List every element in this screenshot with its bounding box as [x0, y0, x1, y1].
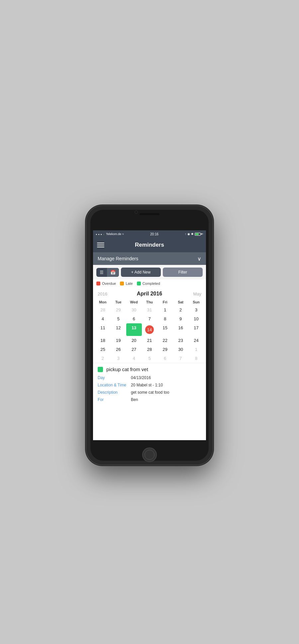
cal-day-17[interactable]: 17 — [188, 323, 204, 336]
cal-day-4next[interactable]: 4 — [126, 354, 142, 363]
cal-day-3next[interactable]: 3 — [111, 354, 126, 363]
weekday-thu: Thu — [142, 299, 157, 305]
event-description-row: Description get some cat food too — [98, 390, 201, 395]
sub-header-title: Manage Reminders — [98, 256, 138, 261]
toolbar: ☰ 📅 + Add New Filter — [93, 265, 206, 280]
completed-label: Completed — [143, 282, 160, 285]
app-header: Reminders — [93, 238, 206, 252]
home-button[interactable] — [142, 447, 157, 462]
event-header: pickup cat from vet — [98, 366, 201, 372]
calendar[interactable]: 2016 April 2016 May Mon Tue Wed Thu Fri … — [93, 287, 206, 440]
event-for-row: For Ben — [98, 397, 201, 402]
event-details: Day 04/13/2016 Location & Time 20 Mabel … — [98, 375, 201, 402]
next-month-label: May — [193, 291, 201, 296]
cal-day-19[interactable]: 19 — [111, 336, 126, 345]
add-new-button[interactable]: + Add New — [121, 268, 161, 277]
for-value: Ben — [131, 397, 138, 402]
cal-day-22[interactable]: 22 — [157, 336, 173, 345]
view-toggle: ☰ 📅 — [96, 268, 119, 277]
weekday-sun: Sun — [188, 299, 204, 305]
cal-day-12[interactable]: 12 — [111, 323, 126, 336]
legend-completed: Completed — [137, 282, 160, 285]
day-label: Day — [98, 375, 128, 380]
cal-day-4[interactable]: 4 — [95, 314, 111, 323]
signal-dot1: ● — [96, 233, 97, 235]
status-left: ● ● ● ● Telekom.de ≈ — [96, 232, 124, 236]
menu-button[interactable] — [97, 243, 104, 247]
cal-day-8next[interactable]: 8 — [188, 354, 204, 363]
battery-indicator — [195, 233, 201, 236]
status-time: 20:16 — [150, 232, 158, 236]
weekday-sat: Sat — [173, 299, 188, 305]
cal-day-11[interactable]: 11 — [95, 323, 111, 336]
cal-day-6[interactable]: 6 — [126, 314, 142, 323]
cal-day-6next[interactable]: 6 — [157, 354, 173, 363]
cal-day-26[interactable]: 26 — [111, 345, 126, 354]
calendar-view-button[interactable]: 📅 — [107, 268, 119, 277]
cal-day-28prev[interactable]: 28 — [95, 305, 111, 314]
cal-day-8[interactable]: 8 — [157, 314, 173, 323]
calendar-nav: 2016 April 2016 May — [93, 287, 206, 299]
speaker — [140, 213, 159, 215]
cal-day-15[interactable]: 15 — [157, 323, 173, 336]
description-value: get some cat food too — [131, 390, 169, 395]
cal-day-23[interactable]: 23 — [173, 336, 188, 345]
camera — [135, 210, 138, 214]
cal-day-18[interactable]: 18 — [95, 336, 111, 345]
cal-day-21[interactable]: 21 — [142, 336, 157, 345]
cal-day-14[interactable]: 14 — [142, 323, 157, 336]
cal-day-30[interactable]: 30 — [173, 345, 188, 354]
cal-day-28[interactable]: 28 — [142, 345, 157, 354]
cal-day-29[interactable]: 29 — [157, 345, 173, 354]
cal-day-7[interactable]: 7 — [142, 314, 157, 323]
legend-overdue: Overdue — [96, 282, 116, 285]
cal-day-30prev[interactable]: 30 — [126, 305, 142, 314]
battery-plus: + — [202, 232, 203, 236]
cal-day-5next[interactable]: 5 — [142, 354, 157, 363]
page-title: Reminders — [135, 242, 164, 248]
location-label: Location & Time — [98, 383, 128, 387]
signal-dot3: ● — [100, 233, 102, 235]
cal-day-1[interactable]: 1 — [157, 305, 173, 314]
cal-day-2[interactable]: 2 — [173, 305, 188, 314]
wifi-icon: ≈ — [122, 232, 124, 236]
legend: Overdue Late Completed — [93, 280, 206, 287]
month-title: April 2016 — [137, 291, 162, 297]
cal-day-3[interactable]: 3 — [188, 305, 204, 314]
battery-fill — [195, 233, 199, 235]
cal-day-1next[interactable]: 1 — [188, 345, 204, 354]
event-location-row: Location & Time 20 Mabel st - 1:10 — [98, 383, 201, 387]
list-view-button[interactable]: ☰ — [96, 268, 107, 277]
cal-day-31prev[interactable]: 31 — [142, 305, 157, 314]
weekday-tue: Tue — [111, 299, 126, 305]
location-icon: ◉ — [187, 232, 190, 236]
cal-day-2next[interactable]: 2 — [95, 354, 111, 363]
event-title: pickup cat from vet — [106, 366, 148, 372]
cal-day-13[interactable]: 13 — [126, 323, 142, 336]
screen: ● ● ● ● Telekom.de ≈ 20:16 ↑ ◉ ✱ — [93, 230, 206, 440]
cal-day-20[interactable]: 20 — [126, 336, 142, 345]
filter-button[interactable]: Filter — [163, 268, 203, 277]
cal-day-16[interactable]: 16 — [173, 323, 188, 336]
location-value: 20 Mabel st - 1:10 — [131, 383, 163, 387]
cal-day-10[interactable]: 10 — [188, 314, 204, 323]
weekday-mon: Mon — [95, 299, 111, 305]
cal-day-5[interactable]: 5 — [111, 314, 126, 323]
cal-day-9[interactable]: 9 — [173, 314, 188, 323]
hamburger-line3 — [97, 247, 104, 247]
prev-year-label: 2016 — [98, 291, 107, 296]
event-section: pickup cat from vet Day 04/13/2016 Locat… — [93, 363, 206, 405]
status-bar: ● ● ● ● Telekom.de ≈ 20:16 ↑ ◉ ✱ — [93, 230, 206, 238]
cal-day-27[interactable]: 27 — [126, 345, 142, 354]
sub-header[interactable]: Manage Reminders ∨ — [93, 252, 206, 265]
overdue-dot — [96, 282, 100, 285]
cal-day-24[interactable]: 24 — [188, 336, 204, 345]
cal-day-29prev[interactable]: 29 — [111, 305, 126, 314]
weekday-fri: Fri — [157, 299, 173, 305]
calendar-icon: 📅 — [110, 270, 116, 275]
carrier-label: Telekom.de — [106, 232, 121, 236]
cal-day-7next[interactable]: 7 — [173, 354, 188, 363]
late-label: Late — [126, 282, 133, 285]
hamburger-line2 — [97, 245, 104, 245]
cal-day-25[interactable]: 25 — [95, 345, 111, 354]
